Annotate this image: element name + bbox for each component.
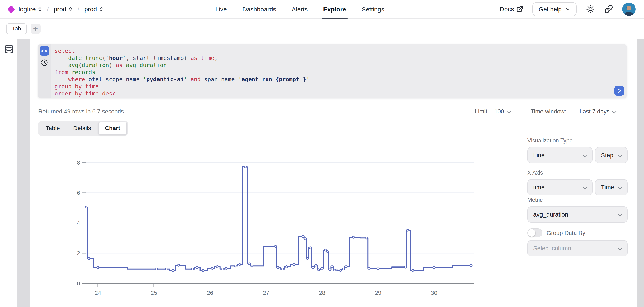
add-tab-button[interactable]: + [30,24,40,34]
time-window-value[interactable]: Last 7 days [580,108,610,115]
code-icon: <> [41,48,48,54]
tab-details[interactable]: Details [67,122,98,134]
user-avatar[interactable] [622,2,636,16]
breadcrumb-project-label: prod [54,6,66,13]
copy-link-button[interactable] [604,5,613,13]
tab-table[interactable]: Table [40,122,66,134]
svg-text:25: 25 [150,290,157,296]
line-style-select[interactable]: Step [595,147,628,163]
svg-text:4: 4 [77,220,80,226]
group-by-column-select[interactable]: Select column... [527,240,628,257]
breadcrumb: logfire / prod / prod [8,6,103,13]
nav-live[interactable]: Live [215,0,227,19]
breadcrumb-environment-label: prod [84,6,97,13]
run-query-button[interactable] [614,86,624,96]
sort-chevrons-icon [99,6,103,12]
chevron-down-icon [618,184,622,189]
header-actions: Docs Get help [500,2,636,16]
avatar-photo [622,2,636,16]
limit-value[interactable]: 100 [494,108,504,115]
group-data-by-toggle[interactable] [527,229,542,237]
nav-explore[interactable]: Explore [323,0,346,19]
breadcrumb-separator: / [47,6,49,13]
breadcrumb-separator: / [78,6,79,13]
chevron-down-icon[interactable] [612,108,616,113]
left-rail [0,39,17,307]
top-header: logfire / prod / prod Live Dashboards Al… [0,0,644,19]
x-axis-column-select[interactable]: time [527,179,592,196]
theme-toggle-button[interactable] [586,4,595,14]
svg-text:0: 0 [77,280,80,287]
svg-text:6: 6 [77,190,80,196]
chevron-down-icon [582,184,587,189]
svg-text:24: 24 [94,290,101,296]
sql-query-text[interactable]: select date_trunc('hour', start_timestam… [54,47,310,97]
sun-icon [586,4,595,14]
svg-text:2: 2 [77,250,80,257]
time-window-label: Time window: [531,108,566,115]
svg-text:8: 8 [77,159,80,166]
line-style-value: Step [601,152,615,159]
docs-link[interactable]: Docs [500,6,523,13]
scrollbar-track[interactable] [637,39,644,307]
plus-icon: + [33,24,38,33]
get-help-button[interactable]: Get help [532,2,577,16]
logfire-logo-icon [7,5,15,13]
svg-text:28: 28 [319,290,325,296]
visualization-type-label: Visualization Type [527,137,573,144]
tab-chart[interactable]: Chart [98,122,127,135]
chevron-down-icon[interactable] [506,108,511,113]
breadcrumb-org-label: logfire [18,6,36,13]
external-link-icon [516,6,523,12]
query-tab-bar: Tab + [0,19,644,39]
query-history-button[interactable] [40,59,48,66]
x-axis-kind-select[interactable]: Time [595,179,628,196]
x-axis-label: X Axis [527,170,543,176]
link-icon [604,5,613,13]
breadcrumb-org[interactable]: logfire [18,6,42,13]
play-icon [616,88,622,94]
chevron-down-icon [618,152,622,157]
chevron-down-icon [565,6,570,12]
metric-value: avg_duration [533,211,615,218]
query-result-status: Returned 49 rows in 6.7 seconds. [38,108,126,115]
metric-select[interactable]: avg_duration [527,206,628,223]
main-nav: Live Dashboards Alerts Explore Settings [215,0,384,19]
x-axis-kind-value: Time [601,184,615,191]
chevron-down-icon [618,245,622,250]
query-options: Limit: 100 Time window: Last 7 days [475,108,616,115]
svg-text:26: 26 [206,290,213,296]
query-tab[interactable]: Tab [6,23,27,34]
chevron-down-icon [582,152,587,157]
metric-label: Metric [527,197,543,203]
svg-text:29: 29 [375,290,381,296]
breadcrumb-project[interactable]: prod [54,6,72,13]
visualization-type-select[interactable]: Line [527,147,592,163]
format-code-button[interactable]: <> [40,46,49,55]
svg-text:27: 27 [262,290,269,296]
nav-dashboards[interactable]: Dashboards [242,0,276,19]
nav-settings[interactable]: Settings [362,0,384,19]
get-help-label: Get help [538,6,562,13]
sql-editor[interactable]: <> select date_trunc('hour', start_times… [38,44,627,98]
limit-label: Limit: [475,108,489,115]
breadcrumb-environment[interactable]: prod [84,6,103,13]
x-axis-column-value: time [533,184,580,191]
group-data-by-label: Group Data By: [546,230,587,236]
panel-resizer[interactable] [17,39,30,307]
svg-text:30: 30 [431,290,437,296]
visualization-type-value: Line [533,152,580,159]
docs-label: Docs [500,6,514,13]
database-icon [4,44,14,54]
toggle-knob [528,229,536,237]
sort-chevrons-icon [68,6,72,12]
chevron-down-icon [618,211,622,216]
sort-chevrons-icon [38,6,42,12]
history-icon [40,59,48,66]
schema-browser-button[interactable] [4,44,14,54]
result-view-switcher: Table Details Chart [38,121,128,136]
nav-alerts[interactable]: Alerts [292,0,308,19]
group-by-column-placeholder: Select column... [533,245,615,252]
